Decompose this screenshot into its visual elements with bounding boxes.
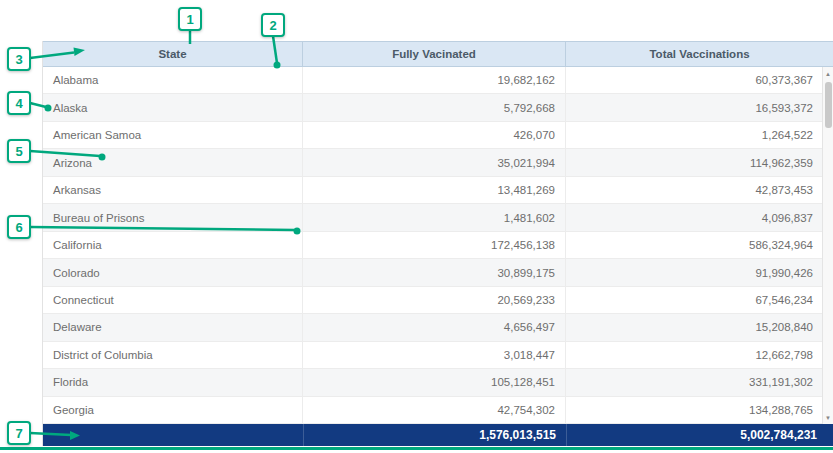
fully-vaccinated-cell: 1,481,602 — [303, 204, 566, 230]
total-vaccinations-cell: 134,288,765 — [566, 397, 833, 423]
annotation-marker-3: 3 — [7, 47, 31, 71]
total-vaccinations-cell: 331,191,302 — [566, 369, 833, 395]
total-vaccinations-cell: 42,873,453 — [566, 177, 833, 203]
column-header-state[interactable]: State — [43, 42, 303, 66]
table-header-row: State Fully Vacinated Total Vaccinations — [43, 41, 833, 67]
state-cell: California — [43, 232, 303, 258]
fully-vaccinated-cell: 426,070 — [303, 122, 566, 148]
vaccination-table: State Fully Vacinated Total Vaccinations… — [42, 41, 833, 446]
annotation-bottom-border — [0, 447, 833, 450]
total-vaccinations-cell: 60,373,367 — [566, 67, 833, 93]
table-row[interactable]: American Samoa 426,070 1,264,522 — [43, 122, 833, 149]
state-cell: Arkansas — [43, 177, 303, 203]
state-cell: American Samoa — [43, 122, 303, 148]
fully-vaccinated-cell: 4,656,497 — [303, 314, 566, 340]
annotation-marker-5: 5 — [7, 139, 31, 163]
vertical-scrollbar[interactable]: ▲ ▼ — [822, 67, 833, 424]
state-cell: Alaska — [43, 94, 303, 120]
table-row[interactable]: Colorado 30,899,175 91,990,426 — [43, 259, 833, 286]
summary-row: 1,576,013,515 5,002,784,231 — [43, 424, 833, 446]
state-cell: Arizona — [43, 149, 303, 175]
fully-vaccinated-cell: 35,021,994 — [303, 149, 566, 175]
summary-state-cell — [43, 424, 303, 446]
total-vaccinations-cell: 16,593,372 — [566, 94, 833, 120]
state-cell: Florida — [43, 369, 303, 395]
column-header-total-vaccinations[interactable]: Total Vaccinations — [566, 42, 833, 66]
scroll-up-arrow-icon[interactable]: ▲ — [823, 67, 833, 80]
summary-fully-vaccinated: 1,576,013,515 — [303, 424, 566, 446]
fully-vaccinated-cell: 30,899,175 — [303, 259, 566, 285]
table-row[interactable]: Arizona 35,021,994 114,962,359 — [43, 149, 833, 176]
fully-vaccinated-cell: 13,481,269 — [303, 177, 566, 203]
fully-vaccinated-cell: 5,792,668 — [303, 94, 566, 120]
table-row[interactable]: Georgia 42,754,302 134,288,765 — [43, 397, 833, 424]
table-body: Alabama 19,682,162 60,373,367 Alaska 5,7… — [43, 67, 833, 424]
total-vaccinations-cell: 114,962,359 — [566, 149, 833, 175]
table-row[interactable]: Alabama 19,682,162 60,373,367 — [43, 67, 833, 94]
table-row[interactable]: Connecticut 20,569,233 67,546,234 — [43, 287, 833, 314]
table-row[interactable]: Delaware 4,656,497 15,208,840 — [43, 314, 833, 341]
annotation-marker-2: 2 — [261, 13, 285, 37]
fully-vaccinated-cell: 105,128,451 — [303, 369, 566, 395]
state-cell: Delaware — [43, 314, 303, 340]
table-row[interactable]: Bureau of Prisons 1,481,602 4,096,837 — [43, 204, 833, 231]
total-vaccinations-cell: 4,096,837 — [566, 204, 833, 230]
scrollbar-thumb[interactable] — [825, 82, 832, 128]
state-cell: Bureau of Prisons — [43, 204, 303, 230]
column-header-fully-vaccinated[interactable]: Fully Vacinated — [303, 42, 566, 66]
state-cell: Georgia — [43, 397, 303, 423]
fully-vaccinated-cell: 19,682,162 — [303, 67, 566, 93]
table-row[interactable]: Florida 105,128,451 331,191,302 — [43, 369, 833, 396]
state-cell: Colorado — [43, 259, 303, 285]
annotation-marker-6: 6 — [7, 215, 31, 239]
state-cell: District of Columbia — [43, 342, 303, 368]
table-row[interactable]: California 172,456,138 586,324,964 — [43, 232, 833, 259]
table-row[interactable]: Alaska 5,792,668 16,593,372 — [43, 94, 833, 121]
annotation-marker-7: 7 — [7, 421, 31, 445]
summary-total-vaccinations: 5,002,784,231 — [566, 424, 833, 446]
total-vaccinations-cell: 1,264,522 — [566, 122, 833, 148]
table-row[interactable]: District of Columbia 3,018,447 12,662,79… — [43, 342, 833, 369]
state-cell: Alabama — [43, 67, 303, 93]
total-vaccinations-cell: 67,546,234 — [566, 287, 833, 313]
total-vaccinations-cell: 15,208,840 — [566, 314, 833, 340]
fully-vaccinated-cell: 3,018,447 — [303, 342, 566, 368]
annotation-marker-4: 4 — [7, 91, 31, 115]
page: State Fully Vacinated Total Vaccinations… — [0, 0, 833, 453]
annotation-marker-1: 1 — [178, 7, 202, 31]
scroll-down-arrow-icon[interactable]: ▼ — [823, 411, 833, 424]
scrollbar-track[interactable] — [823, 80, 833, 411]
total-vaccinations-cell: 12,662,798 — [566, 342, 833, 368]
table-row[interactable]: Arkansas 13,481,269 42,873,453 — [43, 177, 833, 204]
total-vaccinations-cell: 91,990,426 — [566, 259, 833, 285]
fully-vaccinated-cell: 172,456,138 — [303, 232, 566, 258]
state-cell: Connecticut — [43, 287, 303, 313]
total-vaccinations-cell: 586,324,964 — [566, 232, 833, 258]
fully-vaccinated-cell: 42,754,302 — [303, 397, 566, 423]
fully-vaccinated-cell: 20,569,233 — [303, 287, 566, 313]
